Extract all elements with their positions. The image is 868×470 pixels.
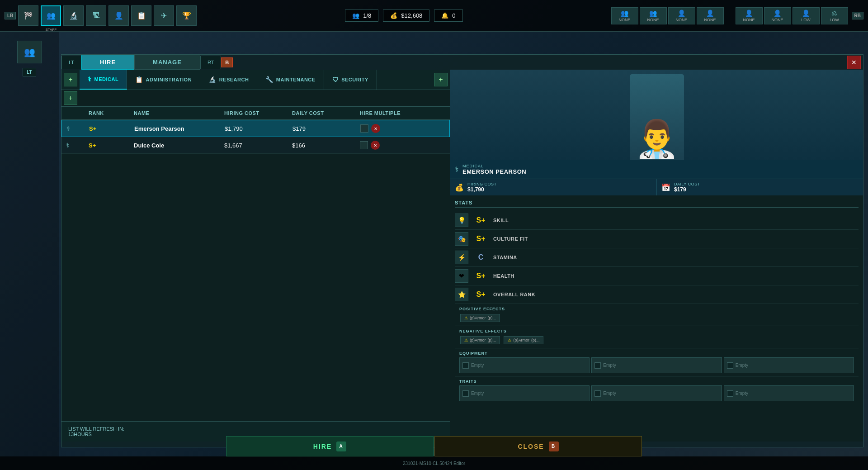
positive-effect-1: ⚠ (p)Armor (p)... (460, 314, 500, 322)
lt-tab[interactable]: LT (61, 56, 81, 69)
col-hiring-cost: HIRING COST (224, 110, 292, 116)
security-icon: 🛡 (332, 76, 339, 83)
equip-slot-3[interactable]: Empty (724, 357, 854, 373)
hiring-cost-value: $1,790 (467, 186, 497, 193)
add-right-button[interactable]: + (434, 73, 448, 86)
nav-icon-8[interactable]: 🏆 (176, 5, 197, 26)
tab-manage[interactable]: MANAGE (134, 55, 200, 70)
content-area: + ⚕ MEDICAL 📋 ADMINISTRATION 🔬 RESEARCH … (61, 70, 863, 442)
equip-label-1: Empty (471, 363, 484, 368)
version-text: 231031-MS10-CL 50424 Editor (403, 461, 465, 466)
table-row[interactable]: ⚕ S+ Dulce Cole $1,667 $166 ✕ (61, 137, 450, 154)
table-row[interactable]: ⚕ S+ Emerson Pearson $1,790 $179 ✕ (61, 120, 450, 137)
equip-checkbox-1 (462, 362, 469, 369)
top-bar-right: 👥 NONE 👥 NONE 👤 NONE 👤 NONE 👤 NONE 👤 NON… (611, 7, 863, 24)
col-name: NAME (134, 110, 224, 116)
row-2-rank: S+ (89, 142, 134, 149)
tab-maintenance[interactable]: 🔧 MAINTENANCE (257, 70, 324, 90)
logo-icon[interactable]: 🏁 (18, 5, 38, 26)
status-label-7: LOW (801, 18, 811, 22)
trait-checkbox-1 (462, 390, 469, 397)
col-hire-multiple: HIRE MULTIPLE (360, 110, 445, 116)
nav-icon-7[interactable]: ✈ (154, 5, 174, 26)
nav-icon-4[interactable]: 🏗 (86, 5, 106, 26)
refresh-label: LIST WILL REFRESH IN: (68, 426, 443, 432)
status-label-1: NONE (619, 18, 631, 22)
sidebar-group-icon[interactable]: 👥 (17, 41, 42, 63)
char-type-icon: ⚕ (455, 165, 459, 174)
security-label: SECURITY (341, 77, 368, 82)
row-1-name: Emerson Pearson (134, 125, 225, 132)
stamina-name: STAMINA (493, 255, 859, 260)
tab-security[interactable]: 🛡 SECURITY (324, 70, 377, 90)
maintenance-icon: 🔧 (265, 76, 274, 83)
close-action-button[interactable]: CLOSE B (434, 436, 642, 456)
culture-grade: S+ (473, 235, 489, 243)
equip-label-2: Empty (603, 363, 616, 368)
cost-info-row: 💰 HIRING COST $1,790 📅 DAILY COST $179 (450, 179, 863, 195)
stat-stamina: ⚡ C STAMINA (455, 248, 859, 267)
skill-icon: 💡 (455, 214, 468, 227)
equip-slot-2[interactable]: Empty (591, 357, 722, 373)
health-grade: S+ (473, 272, 489, 280)
trait-slot-3[interactable]: Empty (724, 385, 854, 401)
hiring-cost-info: HIRING COST $1,790 (467, 182, 497, 193)
left-sidebar: 👥 LT (0, 32, 59, 456)
status-icon-5: 👤 (745, 9, 753, 17)
traits-title: TRAITS (459, 379, 854, 384)
tab-research[interactable]: 🔬 RESEARCH (200, 70, 257, 90)
main-panel: LT HIRE MANAGE RT B ✕ + ⚕ MEDICAL 📋 ADMI… (61, 54, 863, 447)
status-icon-6: 👤 (774, 9, 781, 17)
nav-icon-5[interactable]: 👤 (108, 5, 129, 26)
hire-action-button[interactable]: HIRE A (226, 436, 434, 456)
status-7: 👤 LOW (793, 7, 820, 24)
equip-slot-1[interactable]: Empty (459, 357, 590, 373)
trait-slot-2[interactable]: Empty (591, 385, 722, 401)
row-2-checkbox[interactable] (360, 141, 368, 149)
trait-slot-1[interactable]: Empty (459, 385, 590, 401)
rt-tab[interactable]: RT (200, 56, 221, 69)
nav-icon-3[interactable]: 🔬 (63, 5, 84, 26)
row-1-hire-multi: ✕ (360, 124, 445, 133)
other-hud: 🔔 0 (434, 9, 462, 22)
hire-badge: A (336, 442, 346, 451)
char-name: EMERSON PEARSON (462, 168, 526, 175)
other-icon: 🔔 (441, 12, 448, 19)
research-label: RESEARCH (219, 77, 249, 82)
trait-label-2: Empty (603, 391, 616, 396)
row-2-remove[interactable]: ✕ (371, 141, 380, 150)
equip-grid: Empty Empty Empty (459, 357, 854, 373)
culture-icon: 🎭 (455, 232, 468, 246)
traits-section: TRAITS Empty Empty Empty (455, 376, 859, 404)
tab-hire[interactable]: HIRE (81, 55, 134, 70)
lb-badge[interactable]: LB (5, 12, 16, 19)
negative-effects-title: NEGATIVE EFFECTS (459, 329, 854, 333)
nav-icon-6[interactable]: 📋 (131, 5, 151, 26)
table-empty-space (61, 154, 450, 421)
row-1-checkbox[interactable] (360, 124, 368, 133)
close-label: CLOSE (518, 443, 544, 450)
category-tabs: + ⚕ MEDICAL 📋 ADMINISTRATION 🔬 RESEARCH … (61, 70, 450, 90)
rb-badge[interactable]: RB (852, 12, 863, 19)
admin-label: ADMINISTRATION (146, 77, 192, 82)
row-1-rank: S+ (89, 125, 134, 132)
add-top-button[interactable]: + (64, 73, 77, 86)
row-1-remove[interactable]: ✕ (371, 124, 380, 133)
tab-administration[interactable]: 📋 ADMINISTRATION (127, 70, 200, 90)
status-1: 👥 NONE (611, 7, 638, 24)
col-icon (66, 110, 89, 116)
table-header: RANK NAME HIRING COST DAILY COST HIRE MU… (61, 107, 450, 120)
close-button[interactable]: ✕ (847, 56, 861, 69)
staff-icon[interactable]: 👥 STAFF (41, 5, 61, 26)
positive-effects: POSITIVE EFFECTS ⚠ (p)Armor (p)... (455, 304, 859, 326)
hiring-cost-box: 💰 HIRING COST $1,790 (450, 179, 656, 195)
status-3: 👤 NONE (668, 7, 695, 24)
status-4: 👤 NONE (697, 7, 724, 24)
lt-badge[interactable]: LT (23, 68, 36, 76)
char-info-text: MEDICAL EMERSON PEARSON (462, 164, 526, 175)
add-row-button[interactable]: + (64, 91, 77, 105)
status-6: 👤 NONE (764, 7, 791, 24)
row-2-daily-cost: $166 (292, 142, 360, 149)
tab-medical[interactable]: ⚕ MEDICAL (80, 70, 127, 90)
stat-culture: 🎭 S+ CULTURE FIT (455, 230, 859, 248)
